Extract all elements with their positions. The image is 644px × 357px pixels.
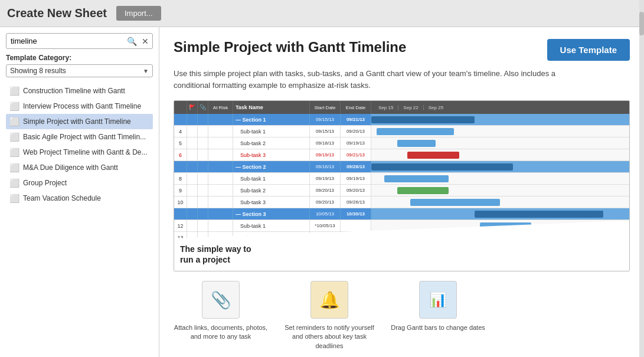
row-attach [198,185,208,196]
template-item-label: Simple Project with Gantt Timeline [23,117,131,126]
gantt-bar [397,140,436,147]
row-risk [208,149,233,161]
template-item-label: Basic Agile Project with Gantt Timelin..… [23,133,146,141]
gantt-bar [377,128,454,135]
search-button[interactable]: 🔍 [126,37,138,46]
row-task: Sub-task 3 [233,149,310,161]
use-template-button[interactable]: Use Template [547,39,630,61]
row-attach [198,161,208,172]
remind-icon-box: 🔔 [310,281,348,319]
template-list-item[interactable]: ⬜M&A Due Diligence with Gantt [6,160,153,175]
row-start: 09/20/13 [310,185,341,196]
scroll-thumb[interactable] [639,12,644,35]
row-start: 09/19/13 [310,149,341,161]
main-container: 🔍 ✕ Template Category: Showing 8 results… [0,27,644,357]
template-title: Simple Project with Gantt Timeline [174,39,406,55]
row-num: 10 [174,196,187,208]
template-description: Use this simple project plan with tasks,… [174,68,575,91]
content-header: Simple Project with Gantt Timeline Use T… [174,39,630,61]
gantt-text: Drag Gantt bars to change dates [391,323,485,332]
row-start: 09/18/13 [310,137,341,149]
row-end: 09/19/13 [341,137,371,149]
row-chart [371,126,629,137]
results-dropdown[interactable]: Showing 8 results ▼ [6,64,153,77]
import-button[interactable]: Import... [116,6,161,21]
row-chart [371,114,629,125]
template-list-item[interactable]: ⬜Team Vacation Schedule [6,191,153,206]
row-start: 09/15/13 [310,126,341,137]
row-flag [187,114,198,125]
row-num: 9 [174,185,187,196]
row-task: Sub-task 1 [233,173,310,184]
gantt-drag-icon: 📊 [429,292,447,308]
row-flag [187,196,198,208]
row-task: Sub-task 3 [233,196,310,208]
template-list-item[interactable]: ⬜Simple Project with Gantt Timeline [6,114,153,129]
gantt-end-header: End Date [341,101,371,114]
clear-search-button[interactable]: ✕ [140,37,150,46]
gantt-bar [371,116,475,123]
template-icon: ⬜ [9,132,19,142]
row-flag [187,161,198,172]
content-area: Simple Project with Gantt Timeline Use T… [159,27,644,357]
simple-way-text: The simple way to run a project [180,244,257,265]
gantt-data-row: 8 Sub-task 1 09/19/13 09/19/13 [174,173,629,185]
row-attach [198,137,208,149]
row-task: Sub-task 1 [233,126,310,137]
template-icon: ⬜ [9,101,19,111]
row-attach [198,114,208,125]
row-task: Sub-task 2 [233,137,310,149]
row-task: Sub-task 2 [233,185,310,196]
row-end: 09/28/13 [341,161,371,172]
attach-text: Attach links, documents, photos, and mor… [174,323,268,342]
template-list-item[interactable]: ⬜Interview Process with Gantt Timeline [6,99,153,114]
template-icon: ⬜ [9,148,19,157]
row-num: 8 [174,173,187,184]
search-input[interactable] [9,35,126,47]
template-icon: ⬜ [9,163,19,172]
template-item-label: Team Vacation Schedule [23,194,101,202]
sidebar: 🔍 ✕ Template Category: Showing 8 results… [0,27,159,357]
gantt-risk-header: At Risk [208,101,233,114]
row-num: 12 [174,220,187,231]
template-list-item[interactable]: ⬜Web Project Timeline with Gantt & De... [6,145,153,160]
attach-icon-box: 📎 [202,281,240,319]
row-start: 09/20/13 [310,196,341,208]
template-list: ⬜Construction Timeline with Gantt⬜Interv… [6,83,153,351]
row-risk [208,196,233,208]
row-attach [198,196,208,208]
search-icons: 🔍 ✕ [126,37,150,46]
row-flag [187,185,198,196]
row-end [341,220,371,231]
row-risk [208,126,233,137]
template-list-item[interactable]: ⬜Basic Agile Project with Gantt Timelin.… [6,129,153,145]
template-item-label: Web Project Timeline with Gantt & De... [23,148,148,156]
template-icon: ⬜ [9,178,19,188]
row-risk [208,161,233,172]
template-icon: ⬜ [9,117,19,126]
gantt-data-row: — Section 3 10/05/13 10/30/13 [174,208,629,220]
row-start: 09/19/13 [310,173,341,184]
row-end: 09/20/13 [341,126,371,137]
page-title: Create New Sheet [7,6,107,20]
template-list-item[interactable]: ⬜Construction Timeline with Gantt [6,83,153,99]
gantt-bar [384,175,449,182]
row-end: 09/21/13 [341,149,371,161]
row-flag [187,173,198,184]
scrollbar[interactable] [639,0,644,357]
row-attach [198,126,208,137]
row-flag [187,220,198,231]
row-num: 5 [174,137,187,149]
row-end: 10/30/13 [341,208,371,220]
template-icon: ⬜ [9,86,19,96]
row-start: 10/05/13 [310,208,341,220]
row-risk [208,137,233,149]
row-end: 09/21/13 [341,114,371,125]
template-list-item[interactable]: ⬜Group Project [6,175,153,191]
gantt-start-header: Start Date [310,101,341,114]
template-item-label: Construction Timeline with Gantt [23,87,125,95]
row-num [174,161,187,172]
gantt-row-num-header [174,101,187,114]
bell-icon: 🔔 [319,290,340,310]
template-item-label: Interview Process with Gantt Timeline [23,102,141,110]
